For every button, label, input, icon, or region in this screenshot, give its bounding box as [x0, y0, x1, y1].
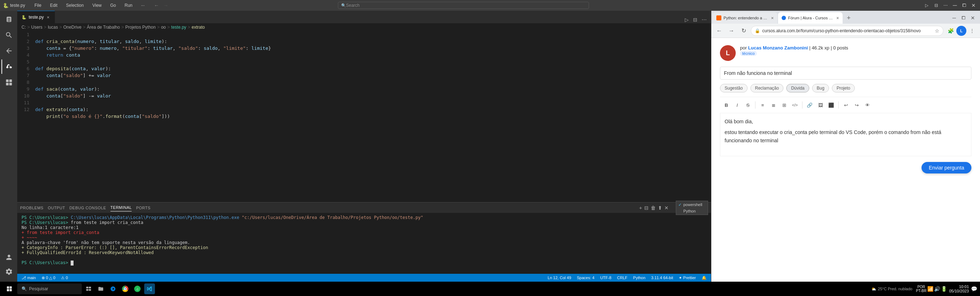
cursor-position[interactable]: Ln 12, Col 49 [546, 275, 573, 280]
extension-icon-1[interactable]: 🧩 [945, 26, 956, 36]
tab-ports[interactable]: PORTS [136, 204, 150, 211]
fmt-link[interactable]: 🔗 [805, 100, 815, 110]
new-tab-btn[interactable]: + [843, 13, 854, 23]
terminal-shell-dropdown[interactable]: ✓ powershell Python [676, 201, 708, 215]
fmt-preview[interactable]: 👁 [862, 100, 872, 110]
command-palette[interactable]: 🔍 Search [338, 2, 589, 9]
submit-btn[interactable]: Enviar pergunta [921, 162, 971, 173]
menu-go[interactable]: Go [108, 2, 118, 9]
forum-title-input[interactable] [720, 66, 971, 79]
battery-icon[interactable]: 🔋 [941, 286, 947, 292]
browser-forward-btn[interactable]: → [726, 26, 737, 36]
user-fullname[interactable]: Lucas Monzano Zambonini [748, 45, 808, 51]
maximize-panel-btn[interactable]: ⬆ [658, 205, 662, 211]
line-endings[interactable]: CRLF [616, 275, 629, 280]
close-panel-btn[interactable]: ✕ [664, 205, 669, 211]
tag-bug[interactable]: Bug [812, 84, 829, 92]
browser-profile[interactable]: L [956, 26, 966, 36]
tag-duvida[interactable]: Dúvida [786, 84, 809, 92]
more-icon[interactable]: ⋯ [942, 2, 949, 9]
fmt-code[interactable]: </> [790, 100, 800, 110]
code-content[interactable]: def cria_conta(numero, titular, saldo, l… [32, 31, 711, 202]
fmt-redo[interactable]: ↪ [851, 100, 862, 110]
split-terminal-btn[interactable]: ⊟ [644, 205, 649, 211]
menu-more[interactable]: ··· [139, 2, 147, 9]
network-icon[interactable]: 📶 [927, 286, 933, 292]
tab2-close[interactable]: ✕ [836, 16, 839, 20]
split-editor-btn[interactable]: ⊟ [692, 16, 699, 23]
menu-edit[interactable]: Edit [48, 2, 60, 9]
activity-account[interactable] [2, 250, 16, 264]
run-file-btn[interactable]: ▷ [683, 16, 690, 23]
tag-reclamacao[interactable]: Reclamação [751, 84, 784, 92]
tab-testepy[interactable]: 🐍 teste.py ✕ [17, 11, 55, 23]
tag-projeto[interactable]: Projeto [832, 84, 855, 92]
fmt-ordered-list[interactable]: ≣ [768, 100, 778, 110]
activity-source-control[interactable] [2, 44, 16, 58]
fmt-italic[interactable]: I [732, 100, 742, 110]
kill-terminal-btn[interactable]: 🗑 [651, 205, 656, 211]
browser-close[interactable]: ✕ [969, 14, 977, 22]
tab-debug-console[interactable]: DEBUG CONSOLE [69, 204, 106, 211]
taskbar-clock[interactable]: 10:01 05/10/2023 [949, 285, 969, 293]
tab-output[interactable]: OUTPUT [48, 204, 65, 211]
browser-minimize[interactable]: ─ [950, 14, 958, 22]
menu-selection[interactable]: Selection [64, 2, 86, 9]
more-actions-btn[interactable]: ⋯ [700, 16, 708, 23]
url-bar[interactable]: 🔒 cursos.alura.com.br/forum/curso-python… [751, 26, 943, 36]
browser-maximize[interactable]: ⧠ [959, 14, 968, 22]
menu-view[interactable]: View [90, 2, 103, 9]
language-mode[interactable]: Python [632, 275, 647, 280]
tab-problems[interactable]: PROBLEMS [20, 204, 43, 211]
browser-more[interactable]: ⋮ [967, 26, 977, 36]
prettier[interactable]: ✦ Prettier [677, 275, 697, 280]
menu-file[interactable]: File [32, 2, 43, 9]
fmt-image[interactable]: 🖼 [815, 100, 826, 110]
browser-back-btn[interactable]: ← [714, 26, 724, 36]
python-version[interactable]: 3.11.4 64-bit [650, 275, 675, 280]
taskbar-vscode[interactable] [144, 283, 155, 294]
fmt-bold[interactable]: B [721, 100, 732, 110]
taskbar-spotify[interactable]: ♫ [132, 283, 143, 294]
terminal-content[interactable]: PS C:\Users\lucas> C:\Users\lucas\AppDat… [17, 213, 711, 274]
notifications[interactable]: 🔔 [700, 275, 708, 280]
restore-btn[interactable]: ⧠ [961, 2, 968, 9]
browser-reload-btn[interactable]: ↻ [738, 26, 749, 36]
activity-settings[interactable] [2, 264, 16, 279]
browser-tab-2[interactable]: Fórum | Alura - Cursos online d... ✕ [778, 12, 843, 24]
nav-forward[interactable]: → [163, 3, 168, 8]
volume-icon[interactable]: 🔊 [934, 286, 940, 292]
fmt-undo[interactable]: ↩ [841, 100, 851, 110]
weather-widget[interactable]: ⛅ 25°C Pred. nublado [871, 287, 912, 291]
minimize-btn[interactable]: ─ [951, 2, 958, 9]
activity-extensions[interactable] [2, 75, 16, 90]
taskbar-task-view[interactable] [83, 283, 94, 294]
taskbar-search[interactable]: 🔍 Pesquisar [17, 283, 82, 294]
notification-center[interactable]: 💬 [971, 286, 977, 292]
star-icon[interactable]: ☆ [935, 28, 939, 34]
nav-back[interactable]: ← [154, 3, 159, 8]
taskbar-chrome[interactable] [120, 283, 130, 294]
spaces[interactable]: Spaces: 4 [575, 275, 596, 280]
terminal-powershell-option[interactable]: ✓ powershell [678, 202, 706, 208]
taskbar-file-explorer[interactable] [95, 283, 106, 294]
start-button[interactable] [3, 282, 16, 295]
tag-sugestao[interactable]: Sugestão [720, 84, 748, 92]
tab1-close[interactable]: ✕ [771, 16, 774, 20]
code-editor[interactable]: 12345 678910 1112 def cria_conta(numero,… [17, 31, 711, 202]
lang-indicator[interactable]: POR PT-BR [916, 285, 926, 293]
git-branch[interactable]: ⎇ main [20, 275, 37, 280]
fmt-table[interactable]: ⊞ [779, 100, 789, 110]
menu-run[interactable]: Run [123, 2, 135, 9]
warnings-count[interactable]: ⚠ 0 [60, 275, 69, 280]
close-btn[interactable]: ✕ [970, 2, 977, 9]
encoding[interactable]: UTF-8 [599, 275, 612, 280]
tab-close-btn[interactable]: ✕ [46, 15, 50, 20]
fmt-image2[interactable]: ⬛ [826, 100, 836, 110]
taskbar-edge[interactable] [108, 283, 118, 294]
activity-run-debug[interactable] [2, 60, 16, 74]
errors-warnings[interactable]: ⊗ 0 △ 0 [40, 275, 57, 280]
run-icon[interactable]: ▷ [923, 2, 931, 9]
activity-explorer[interactable] [2, 12, 16, 27]
fmt-unordered-list[interactable]: ≡ [757, 100, 768, 110]
